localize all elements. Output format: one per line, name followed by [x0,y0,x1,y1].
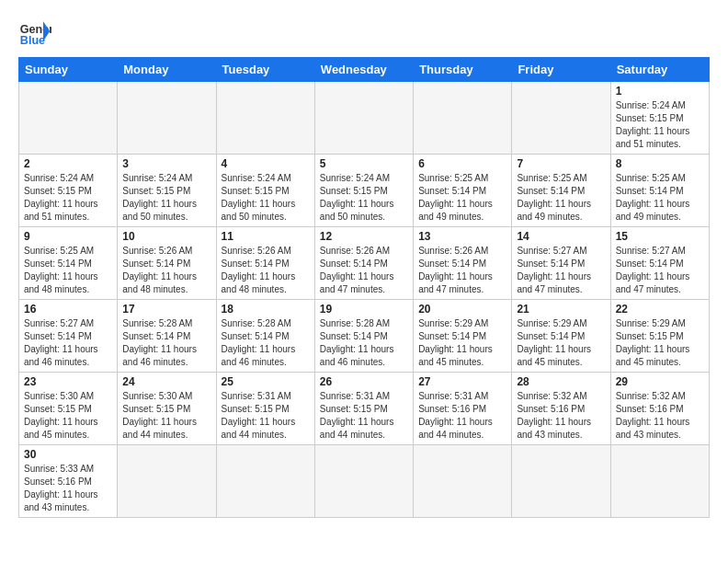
day-info: Sunrise: 5:27 AM Sunset: 5:14 PM Dayligh… [616,245,704,296]
calendar-cell: 27Sunrise: 5:31 AM Sunset: 5:16 PM Dayli… [414,373,512,445]
calendar-cell [314,445,413,518]
day-info: Sunrise: 5:31 AM Sunset: 5:15 PM Dayligh… [222,390,310,442]
day-info: Sunrise: 5:30 AM Sunset: 5:15 PM Dayligh… [122,390,210,442]
generalblue-icon: General Blue [18,15,51,48]
calendar-cell [512,445,610,518]
week-row-0: 1Sunrise: 5:24 AM Sunset: 5:15 PM Daylig… [19,82,710,155]
header: General Blue [18,15,710,48]
day-number: 6 [418,157,506,170]
day-info: Sunrise: 5:27 AM Sunset: 5:14 PM Dayligh… [24,317,112,369]
day-number: 24 [122,375,210,388]
day-info: Sunrise: 5:26 AM Sunset: 5:14 PM Dayligh… [122,245,210,296]
weekday-header-thursday: Thursday [414,58,512,82]
day-number: 12 [320,230,408,243]
calendar-cell: 25Sunrise: 5:31 AM Sunset: 5:15 PM Dayli… [216,373,314,445]
day-number: 8 [616,157,704,170]
calendar-cell: 9Sunrise: 5:25 AM Sunset: 5:14 PM Daylig… [19,227,118,300]
day-number: 14 [517,230,605,243]
calendar-cell: 13Sunrise: 5:26 AM Sunset: 5:14 PM Dayli… [414,227,512,300]
calendar-cell [118,445,216,518]
day-info: Sunrise: 5:24 AM Sunset: 5:15 PM Dayligh… [320,172,408,224]
day-info: Sunrise: 5:31 AM Sunset: 5:16 PM Dayligh… [418,390,506,442]
calendar-cell: 6Sunrise: 5:25 AM Sunset: 5:14 PM Daylig… [414,155,512,227]
day-info: Sunrise: 5:28 AM Sunset: 5:14 PM Dayligh… [122,317,210,369]
weekday-header-saturday: Saturday [610,58,709,82]
day-number: 22 [616,303,704,316]
day-number: 27 [418,375,506,388]
day-info: Sunrise: 5:25 AM Sunset: 5:14 PM Dayligh… [616,172,704,224]
day-number: 4 [222,157,310,170]
day-number: 28 [517,375,605,388]
day-number: 20 [418,303,506,316]
day-number: 19 [320,303,408,316]
weekday-header-row: SundayMondayTuesdayWednesdayThursdayFrid… [19,58,710,82]
calendar-cell [216,82,314,155]
day-number: 23 [24,375,112,388]
calendar: SundayMondayTuesdayWednesdayThursdayFrid… [18,57,710,518]
calendar-cell: 20Sunrise: 5:29 AM Sunset: 5:14 PM Dayli… [414,300,512,373]
calendar-cell [414,82,512,155]
week-row-5: 30Sunrise: 5:33 AM Sunset: 5:16 PM Dayli… [19,445,710,518]
weekday-header-tuesday: Tuesday [216,58,314,82]
logo: General Blue [18,15,51,48]
calendar-cell [118,82,216,155]
calendar-cell: 5Sunrise: 5:24 AM Sunset: 5:15 PM Daylig… [314,155,413,227]
calendar-cell: 30Sunrise: 5:33 AM Sunset: 5:16 PM Dayli… [19,445,118,518]
calendar-cell: 1Sunrise: 5:24 AM Sunset: 5:15 PM Daylig… [610,82,709,155]
calendar-cell: 28Sunrise: 5:32 AM Sunset: 5:16 PM Dayli… [512,373,610,445]
day-number: 7 [517,157,605,170]
day-info: Sunrise: 5:25 AM Sunset: 5:14 PM Dayligh… [24,245,112,296]
day-info: Sunrise: 5:28 AM Sunset: 5:14 PM Dayligh… [222,317,310,369]
day-number: 18 [222,303,310,316]
day-number: 3 [122,157,210,170]
page: General Blue SundayMondayTuesdayWednesda… [0,0,728,527]
calendar-cell: 14Sunrise: 5:27 AM Sunset: 5:14 PM Dayli… [512,227,610,300]
day-number: 13 [418,230,506,243]
day-info: Sunrise: 5:30 AM Sunset: 5:15 PM Dayligh… [24,390,112,442]
calendar-cell [414,445,512,518]
weekday-header-friday: Friday [512,58,610,82]
day-number: 17 [122,303,210,316]
day-info: Sunrise: 5:27 AM Sunset: 5:14 PM Dayligh… [517,245,605,296]
day-number: 11 [222,230,310,243]
day-info: Sunrise: 5:32 AM Sunset: 5:16 PM Dayligh… [616,390,704,442]
calendar-cell [610,445,709,518]
day-info: Sunrise: 5:25 AM Sunset: 5:14 PM Dayligh… [418,172,506,224]
day-number: 21 [517,303,605,316]
day-number: 15 [616,230,704,243]
calendar-cell: 22Sunrise: 5:29 AM Sunset: 5:15 PM Dayli… [610,300,709,373]
calendar-cell: 19Sunrise: 5:28 AM Sunset: 5:14 PM Dayli… [314,300,413,373]
week-row-4: 23Sunrise: 5:30 AM Sunset: 5:15 PM Dayli… [19,373,710,445]
calendar-cell: 2Sunrise: 5:24 AM Sunset: 5:15 PM Daylig… [19,155,118,227]
day-info: Sunrise: 5:24 AM Sunset: 5:15 PM Dayligh… [24,172,112,224]
day-number: 5 [320,157,408,170]
day-number: 1 [616,85,704,98]
calendar-cell [314,82,413,155]
day-number: 29 [616,375,704,388]
day-info: Sunrise: 5:28 AM Sunset: 5:14 PM Dayligh… [320,317,408,369]
calendar-cell: 11Sunrise: 5:26 AM Sunset: 5:14 PM Dayli… [216,227,314,300]
svg-text:Blue: Blue [20,34,45,47]
calendar-cell: 4Sunrise: 5:24 AM Sunset: 5:15 PM Daylig… [216,155,314,227]
calendar-cell: 16Sunrise: 5:27 AM Sunset: 5:14 PM Dayli… [19,300,118,373]
calendar-cell [19,82,118,155]
calendar-cell: 23Sunrise: 5:30 AM Sunset: 5:15 PM Dayli… [19,373,118,445]
calendar-cell: 26Sunrise: 5:31 AM Sunset: 5:15 PM Dayli… [314,373,413,445]
calendar-cell: 15Sunrise: 5:27 AM Sunset: 5:14 PM Dayli… [610,227,709,300]
week-row-3: 16Sunrise: 5:27 AM Sunset: 5:14 PM Dayli… [19,300,710,373]
day-number: 30 [24,448,112,461]
day-number: 9 [24,230,112,243]
day-number: 10 [122,230,210,243]
calendar-cell: 10Sunrise: 5:26 AM Sunset: 5:14 PM Dayli… [118,227,216,300]
day-number: 2 [24,157,112,170]
day-info: Sunrise: 5:29 AM Sunset: 5:14 PM Dayligh… [418,317,506,369]
day-info: Sunrise: 5:32 AM Sunset: 5:16 PM Dayligh… [517,390,605,442]
calendar-cell: 3Sunrise: 5:24 AM Sunset: 5:15 PM Daylig… [118,155,216,227]
day-info: Sunrise: 5:24 AM Sunset: 5:15 PM Dayligh… [616,99,704,151]
calendar-cell: 12Sunrise: 5:26 AM Sunset: 5:14 PM Dayli… [314,227,413,300]
day-info: Sunrise: 5:26 AM Sunset: 5:14 PM Dayligh… [418,245,506,296]
weekday-header-monday: Monday [118,58,216,82]
day-info: Sunrise: 5:24 AM Sunset: 5:15 PM Dayligh… [222,172,310,224]
day-number: 26 [320,375,408,388]
calendar-cell [512,82,610,155]
